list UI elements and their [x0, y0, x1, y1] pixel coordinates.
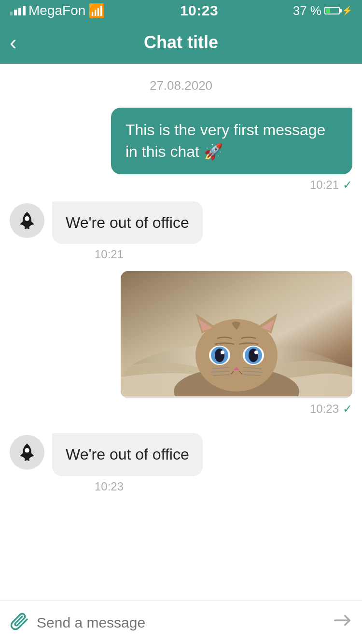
svg-point-12: [221, 350, 224, 354]
read-checkmark: ✓: [343, 178, 352, 192]
outgoing-bubble: This is the very first message in this c…: [111, 108, 352, 174]
avatar: [10, 435, 44, 470]
message-meta: 10:21: [52, 248, 203, 261]
battery-percent: 37 %: [293, 3, 321, 18]
status-left: MegaFon 📶: [10, 3, 105, 19]
svg-point-24: [25, 448, 29, 453]
signal-icon: [10, 6, 26, 15]
rocket-icon: [17, 442, 37, 462]
date-separator: 27.08.2020: [10, 78, 352, 93]
battery-icon: ⚡: [324, 5, 352, 16]
message-row: We're out of office 10:23: [10, 433, 352, 493]
image-message-row: 10:23 ✓: [10, 271, 352, 416]
message-meta: 10:23: [52, 480, 203, 493]
message-meta: 10:23 ✓: [121, 402, 352, 416]
image-bubble[interactable]: [121, 271, 352, 398]
attach-button[interactable]: [10, 609, 29, 636]
incoming-bubble: We're out of office: [52, 201, 203, 244]
status-bar: MegaFon 📶 10:23 37 % ⚡: [0, 0, 362, 21]
message-text: This is the very first message in this c…: [125, 121, 325, 160]
paperclip-icon: [10, 609, 29, 631]
back-button[interactable]: ‹: [10, 32, 17, 53]
chat-title: Chat title: [144, 32, 218, 53]
cat-image: [121, 271, 352, 396]
svg-point-16: [254, 350, 258, 354]
message-input[interactable]: [37, 615, 324, 631]
chat-area: 27.08.2020 This is the very first messag…: [0, 64, 362, 601]
chat-header: ‹ Chat title: [0, 21, 362, 64]
wifi-icon: 📶: [88, 3, 105, 19]
message-meta: 10:21 ✓: [111, 178, 352, 192]
status-right: 37 % ⚡: [293, 3, 352, 18]
time-label: 10:23: [180, 2, 218, 19]
input-bar: [0, 601, 362, 644]
avatar: [10, 203, 44, 238]
svg-point-0: [25, 216, 29, 221]
message-row: This is the very first message in this c…: [10, 108, 352, 192]
message-time: 10:23: [95, 480, 124, 493]
incoming-bubble: We're out of office: [52, 433, 203, 476]
rocket-icon: [17, 210, 37, 231]
message-time: 10:21: [95, 248, 124, 261]
message-time: 10:23: [310, 402, 339, 416]
message-time: 10:21: [310, 178, 339, 192]
message-text: We're out of office: [66, 446, 189, 463]
send-button[interactable]: [332, 610, 352, 635]
carrier-label: MegaFon: [28, 3, 85, 18]
message-text: We're out of office: [66, 214, 189, 231]
send-icon: [332, 610, 352, 630]
message-row: We're out of office 10:21: [10, 201, 352, 262]
read-checkmark: ✓: [343, 402, 352, 416]
